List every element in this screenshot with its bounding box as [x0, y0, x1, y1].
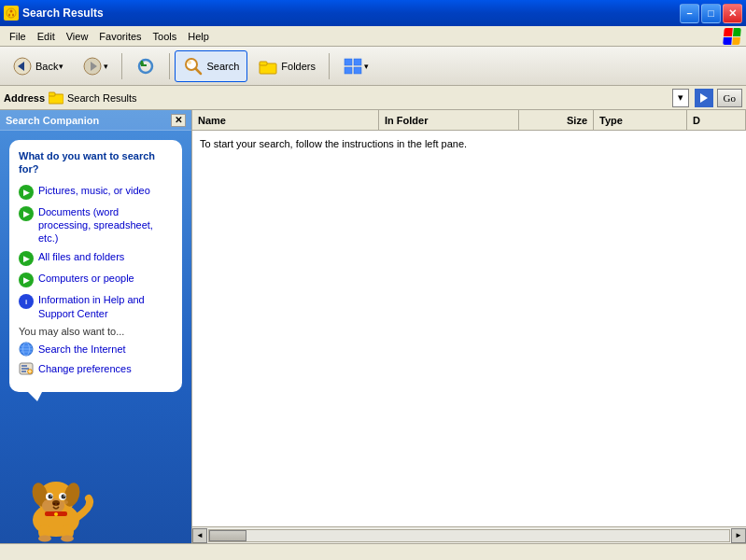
option-arrow-icon-2: ▶ — [19, 206, 34, 221]
address-label: Address — [4, 92, 45, 104]
view-button[interactable]: ▾ — [334, 50, 377, 82]
svg-rect-15 — [345, 59, 352, 65]
address-dropdown[interactable]: ▾ — [672, 89, 689, 107]
search-option-computers[interactable]: ▶ Computers or people — [19, 272, 173, 287]
svg-point-3 — [12, 14, 14, 17]
col-header-name[interactable]: Name — [192, 110, 379, 130]
search-option-pictures[interactable]: ▶ Pictures, music, or video — [19, 184, 173, 200]
svg-rect-20 — [49, 92, 55, 96]
hint-text: To start your search, follow the instruc… — [200, 138, 467, 149]
refresh-button[interactable] — [127, 50, 164, 82]
column-headers: Name In Folder Size Type D — [192, 110, 746, 131]
scroll-track[interactable] — [208, 529, 730, 542]
speech-bubble: What do you want to search for? ▶ Pictur… — [9, 140, 182, 392]
toolbar-separator-1 — [121, 53, 122, 79]
internet-icon — [19, 342, 34, 357]
option-arrow-icon-3: ▶ — [19, 251, 34, 266]
col-header-size[interactable]: Size — [519, 110, 594, 130]
search-option-help[interactable]: i Information in Help and Support Center — [19, 293, 173, 320]
close-button[interactable]: ✕ — [723, 4, 742, 23]
scroll-left-arrow[interactable]: ◄ — [192, 528, 207, 543]
windows-logo — [722, 26, 742, 47]
bubble-title: What do you want to search for? — [19, 149, 173, 176]
horizontal-scrollbar[interactable]: ◄ ► — [192, 526, 746, 543]
svg-rect-16 — [354, 59, 361, 65]
preferences-icon — [19, 361, 34, 376]
scroll-right-arrow[interactable]: ► — [731, 528, 746, 543]
also-title: You may also want to... — [19, 326, 173, 337]
window-icon — [4, 6, 19, 21]
window-title: Search Results — [22, 7, 104, 20]
svg-point-52 — [38, 536, 51, 542]
back-label: Back — [35, 61, 58, 72]
option-label-4: Computers or people — [38, 272, 134, 285]
search-label: Search — [206, 61, 239, 72]
option-arrow-icon-5: i — [19, 294, 34, 309]
back-button[interactable]: Back ▾ — [4, 50, 72, 82]
folders-icon — [258, 56, 278, 77]
menu-view[interactable]: View — [61, 29, 94, 44]
title-bar: Search Results – □ ✕ — [0, 0, 746, 26]
svg-point-12 — [188, 61, 191, 64]
svg-point-55 — [63, 500, 68, 504]
search-option-allfiles[interactable]: ▶ All files and folders — [19, 250, 173, 266]
search-companion-header: Search Companion ✕ — [0, 110, 191, 131]
option-label-1: Pictures, music, or video — [38, 184, 150, 197]
svg-point-45 — [52, 500, 60, 506]
view-icon — [343, 56, 363, 77]
menu-help[interactable]: Help — [182, 29, 215, 44]
folders-label: Folders — [281, 61, 316, 72]
forward-button[interactable]: ▾ — [74, 50, 117, 82]
file-list: To start your search, follow the instruc… — [192, 131, 746, 526]
forward-icon — [82, 56, 103, 77]
maximize-button[interactable]: □ — [701, 4, 721, 23]
svg-rect-18 — [354, 67, 361, 74]
option-label-3: All files and folders — [38, 250, 124, 263]
svg-point-43 — [50, 495, 52, 497]
option-label-2: Documents (word processing, spreadsheet,… — [38, 205, 173, 245]
refresh-icon — [135, 56, 156, 77]
option-label-5: Information in Help and Support Center — [38, 293, 173, 320]
menu-favorites[interactable]: Favorites — [93, 29, 147, 44]
menu-file[interactable]: File — [4, 29, 32, 44]
forward-dropdown-arrow: ▾ — [104, 62, 108, 71]
search-companion-title: Search Companion — [6, 115, 99, 126]
status-bar — [0, 543, 746, 560]
right-pane: Name In Folder Size Type D To start your… — [191, 110, 746, 543]
folders-button[interactable]: Folders — [249, 50, 324, 82]
svg-marker-21 — [700, 93, 708, 103]
svg-rect-17 — [345, 67, 352, 74]
menu-tools[interactable]: Tools — [148, 29, 183, 44]
svg-point-47 — [57, 503, 59, 505]
col-header-date[interactable]: D — [687, 110, 746, 130]
svg-point-9 — [140, 62, 144, 65]
address-go-icon[interactable] — [695, 89, 713, 107]
col-header-infolder[interactable]: In Folder — [379, 110, 519, 130]
svg-point-46 — [53, 503, 55, 505]
left-pane: Search Companion ✕ What do you want to s… — [0, 110, 191, 543]
main-content: Search Companion ✕ What do you want to s… — [0, 110, 746, 543]
svg-point-54 — [44, 500, 49, 504]
address-folder-icon — [49, 91, 63, 105]
minimize-button[interactable]: – — [680, 4, 699, 23]
also-preferences[interactable]: Change preferences — [19, 361, 173, 376]
also-internet[interactable]: Search the Internet — [19, 342, 173, 357]
back-dropdown-arrow: ▾ — [59, 62, 63, 71]
svg-point-53 — [61, 536, 74, 542]
svg-point-42 — [62, 495, 66, 499]
title-bar-left: Search Results — [4, 6, 104, 21]
option-arrow-icon-4: ▶ — [19, 273, 34, 287]
also-label-2: Change preferences — [38, 362, 132, 375]
menu-edit[interactable]: Edit — [32, 29, 61, 44]
address-go-button[interactable]: Go — [717, 89, 742, 107]
search-button[interactable]: Search — [175, 50, 247, 82]
toolbar: Back ▾ ▾ — [0, 47, 746, 86]
svg-point-49 — [54, 512, 58, 516]
col-header-type[interactable]: Type — [594, 110, 687, 130]
scroll-thumb[interactable] — [209, 530, 246, 541]
svg-line-11 — [196, 68, 202, 74]
search-companion-close[interactable]: ✕ — [171, 114, 186, 127]
view-dropdown-arrow: ▾ — [364, 62, 369, 71]
address-path: Search Results — [67, 92, 137, 104]
search-option-documents[interactable]: ▶ Documents (word processing, spreadshee… — [19, 205, 173, 245]
